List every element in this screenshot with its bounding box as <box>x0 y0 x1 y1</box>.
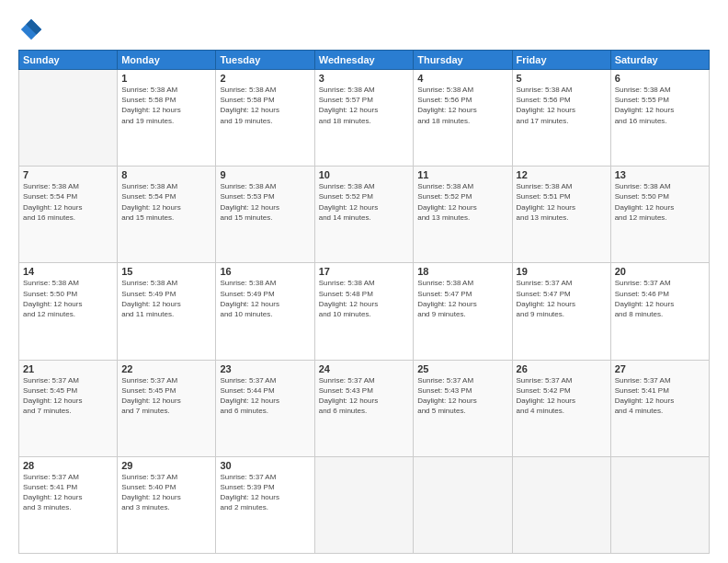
page: SundayMondayTuesdayWednesdayThursdayFrid… <box>0 0 728 563</box>
calendar-cell: 1Sunrise: 5:38 AM Sunset: 5:58 PM Daylig… <box>118 70 216 167</box>
calendar-cell: 15Sunrise: 5:38 AM Sunset: 5:49 PM Dayli… <box>118 263 216 360</box>
day-number: 19 <box>517 266 607 277</box>
day-info: Sunrise: 5:38 AM Sunset: 5:58 PM Dayligh… <box>220 85 310 126</box>
calendar-cell: 7Sunrise: 5:38 AM Sunset: 5:54 PM Daylig… <box>19 167 118 263</box>
day-info: Sunrise: 5:37 AM Sunset: 5:43 PM Dayligh… <box>417 375 507 417</box>
day-number: 29 <box>121 460 211 471</box>
day-info: Sunrise: 5:37 AM Sunset: 5:40 PM Dayligh… <box>121 472 211 513</box>
calendar-cell: 5Sunrise: 5:38 AM Sunset: 5:56 PM Daylig… <box>512 70 610 167</box>
logo-icon <box>18 17 44 42</box>
day-number: 15 <box>121 266 211 277</box>
day-info: Sunrise: 5:38 AM Sunset: 5:51 PM Dayligh… <box>517 181 607 223</box>
day-number: 8 <box>121 169 211 180</box>
day-number: 22 <box>121 363 211 374</box>
weekday-header-monday: Monday <box>118 51 216 70</box>
day-number: 25 <box>417 363 507 374</box>
weekday-header-wednesday: Wednesday <box>314 51 413 70</box>
calendar-cell: 29Sunrise: 5:37 AM Sunset: 5:40 PM Dayli… <box>118 456 216 553</box>
day-number: 2 <box>220 73 310 84</box>
day-info: Sunrise: 5:37 AM Sunset: 5:47 PM Dayligh… <box>517 278 607 319</box>
day-number: 11 <box>417 169 507 180</box>
calendar-cell: 30Sunrise: 5:37 AM Sunset: 5:39 PM Dayli… <box>216 456 314 553</box>
calendar-cell: 3Sunrise: 5:38 AM Sunset: 5:57 PM Daylig… <box>314 70 413 167</box>
day-number: 9 <box>220 169 310 180</box>
day-number: 1 <box>121 73 211 84</box>
day-info: Sunrise: 5:37 AM Sunset: 5:46 PM Dayligh… <box>615 278 705 319</box>
calendar: SundayMondayTuesdayWednesdayThursdayFrid… <box>18 50 710 554</box>
week-row-1: 7Sunrise: 5:38 AM Sunset: 5:54 PM Daylig… <box>19 167 710 263</box>
calendar-cell: 13Sunrise: 5:38 AM Sunset: 5:50 PM Dayli… <box>610 167 709 263</box>
calendar-cell: 18Sunrise: 5:38 AM Sunset: 5:47 PM Dayli… <box>414 263 512 360</box>
day-number: 24 <box>319 363 409 374</box>
day-info: Sunrise: 5:38 AM Sunset: 5:57 PM Dayligh… <box>319 85 409 126</box>
day-info: Sunrise: 5:38 AM Sunset: 5:49 PM Dayligh… <box>220 278 310 319</box>
day-info: Sunrise: 5:38 AM Sunset: 5:58 PM Dayligh… <box>121 85 211 126</box>
calendar-cell: 22Sunrise: 5:37 AM Sunset: 5:45 PM Dayli… <box>118 360 216 456</box>
day-number: 30 <box>220 460 310 471</box>
day-number: 7 <box>23 169 113 180</box>
day-info: Sunrise: 5:38 AM Sunset: 5:52 PM Dayligh… <box>319 181 409 223</box>
day-info: Sunrise: 5:38 AM Sunset: 5:48 PM Dayligh… <box>319 278 409 319</box>
weekday-header-sunday: Sunday <box>19 51 118 70</box>
calendar-cell <box>610 456 709 553</box>
calendar-cell: 26Sunrise: 5:37 AM Sunset: 5:42 PM Dayli… <box>512 360 610 456</box>
day-number: 28 <box>23 460 113 471</box>
logo <box>18 17 48 42</box>
day-info: Sunrise: 5:37 AM Sunset: 5:45 PM Dayligh… <box>121 375 211 417</box>
calendar-cell: 16Sunrise: 5:38 AM Sunset: 5:49 PM Dayli… <box>216 263 314 360</box>
calendar-cell: 19Sunrise: 5:37 AM Sunset: 5:47 PM Dayli… <box>512 263 610 360</box>
day-number: 10 <box>319 169 409 180</box>
day-number: 21 <box>23 363 113 374</box>
day-info: Sunrise: 5:37 AM Sunset: 5:41 PM Dayligh… <box>615 375 705 417</box>
day-number: 13 <box>615 169 705 180</box>
calendar-cell <box>314 456 413 553</box>
weekday-header-thursday: Thursday <box>414 51 512 70</box>
day-info: Sunrise: 5:38 AM Sunset: 5:55 PM Dayligh… <box>615 85 705 126</box>
day-info: Sunrise: 5:38 AM Sunset: 5:50 PM Dayligh… <box>23 278 113 319</box>
day-info: Sunrise: 5:38 AM Sunset: 5:56 PM Dayligh… <box>517 85 607 126</box>
day-info: Sunrise: 5:37 AM Sunset: 5:45 PM Dayligh… <box>23 375 113 417</box>
day-number: 27 <box>615 363 705 374</box>
day-info: Sunrise: 5:38 AM Sunset: 5:47 PM Dayligh… <box>417 278 507 319</box>
day-number: 4 <box>417 73 507 84</box>
day-info: Sunrise: 5:37 AM Sunset: 5:44 PM Dayligh… <box>220 375 310 417</box>
day-info: Sunrise: 5:38 AM Sunset: 5:56 PM Dayligh… <box>417 85 507 126</box>
calendar-cell <box>512 456 610 553</box>
calendar-cell: 27Sunrise: 5:37 AM Sunset: 5:41 PM Dayli… <box>610 360 709 456</box>
day-info: Sunrise: 5:37 AM Sunset: 5:41 PM Dayligh… <box>23 472 113 513</box>
day-number: 6 <box>615 73 705 84</box>
day-number: 14 <box>23 266 113 277</box>
day-info: Sunrise: 5:37 AM Sunset: 5:42 PM Dayligh… <box>517 375 607 417</box>
calendar-cell: 6Sunrise: 5:38 AM Sunset: 5:55 PM Daylig… <box>610 70 709 167</box>
day-info: Sunrise: 5:38 AM Sunset: 5:50 PM Dayligh… <box>615 181 705 223</box>
calendar-cell: 11Sunrise: 5:38 AM Sunset: 5:52 PM Dayli… <box>414 167 512 263</box>
day-number: 3 <box>319 73 409 84</box>
calendar-cell <box>19 70 118 167</box>
calendar-cell: 8Sunrise: 5:38 AM Sunset: 5:54 PM Daylig… <box>118 167 216 263</box>
day-number: 17 <box>319 266 409 277</box>
header <box>18 17 710 42</box>
day-number: 18 <box>417 266 507 277</box>
weekday-header-saturday: Saturday <box>610 51 709 70</box>
day-number: 16 <box>220 266 310 277</box>
calendar-cell: 20Sunrise: 5:37 AM Sunset: 5:46 PM Dayli… <box>610 263 709 360</box>
day-info: Sunrise: 5:38 AM Sunset: 5:54 PM Dayligh… <box>121 181 211 223</box>
weekday-header-row: SundayMondayTuesdayWednesdayThursdayFrid… <box>19 51 710 70</box>
calendar-cell: 17Sunrise: 5:38 AM Sunset: 5:48 PM Dayli… <box>314 263 413 360</box>
calendar-cell: 21Sunrise: 5:37 AM Sunset: 5:45 PM Dayli… <box>19 360 118 456</box>
day-info: Sunrise: 5:38 AM Sunset: 5:53 PM Dayligh… <box>220 181 310 223</box>
week-row-0: 1Sunrise: 5:38 AM Sunset: 5:58 PM Daylig… <box>19 70 710 167</box>
weekday-header-tuesday: Tuesday <box>216 51 314 70</box>
week-row-3: 21Sunrise: 5:37 AM Sunset: 5:45 PM Dayli… <box>19 360 710 456</box>
day-number: 20 <box>615 266 705 277</box>
week-row-4: 28Sunrise: 5:37 AM Sunset: 5:41 PM Dayli… <box>19 456 710 553</box>
day-number: 26 <box>517 363 607 374</box>
calendar-cell <box>414 456 512 553</box>
calendar-cell: 10Sunrise: 5:38 AM Sunset: 5:52 PM Dayli… <box>314 167 413 263</box>
calendar-cell: 23Sunrise: 5:37 AM Sunset: 5:44 PM Dayli… <box>216 360 314 456</box>
calendar-cell: 12Sunrise: 5:38 AM Sunset: 5:51 PM Dayli… <box>512 167 610 263</box>
day-info: Sunrise: 5:38 AM Sunset: 5:54 PM Dayligh… <box>23 181 113 223</box>
calendar-cell: 2Sunrise: 5:38 AM Sunset: 5:58 PM Daylig… <box>216 70 314 167</box>
calendar-cell: 9Sunrise: 5:38 AM Sunset: 5:53 PM Daylig… <box>216 167 314 263</box>
weekday-header-friday: Friday <box>512 51 610 70</box>
